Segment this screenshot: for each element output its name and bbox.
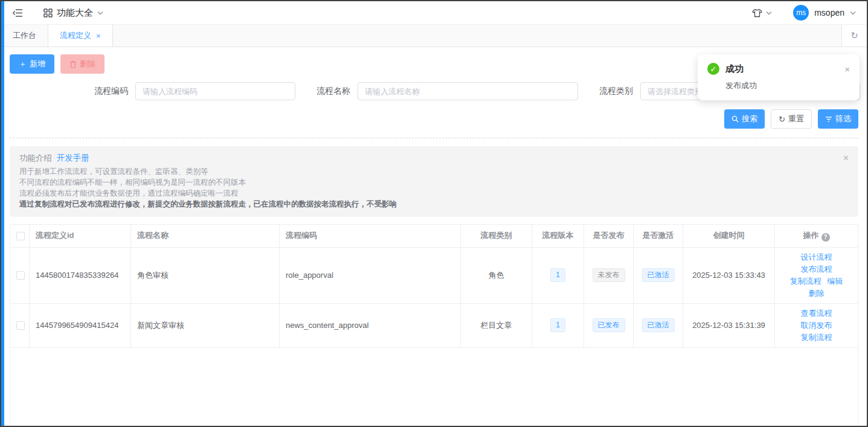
chevron-down-icon[interactable] [850,11,856,15]
filter-icon [825,116,832,123]
search-button[interactable]: 搜索 [724,109,765,129]
intro-title-row: 功能介绍 开发手册 [19,153,849,164]
col-created: 创建时间 [683,225,775,248]
cell-process-version: 1 [532,247,584,303]
row-checkbox[interactable] [16,321,25,330]
tab-process-definition[interactable]: 流程定义 × [48,25,113,47]
intro-line: 不同流程的流程编码不能一样，相同编码视为是同一流程的不同版本 [19,177,849,188]
version-badge: 1 [550,268,565,281]
cell-published: 已发布 [584,303,634,347]
success-check-icon: ✓ [707,63,719,75]
app-menu-trigger[interactable]: 功能大全 [43,7,103,19]
table-zone: 流程定义id 流程名称 流程编码 流程类别 流程版本 是否发布 是否激活 创建时… [10,224,858,426]
intro-title: 功能介绍 [19,153,52,162]
app-window: 功能大全 ms msopen [0,0,868,427]
sidebar-accent-strip [1,1,4,426]
process-table: 流程定义id 流程名称 流程编码 流程类别 流程版本 是否发布 是否激活 创建时… [10,224,858,348]
search-icon [731,115,739,123]
tab-bar: 工作台 流程定义 × ↻ [1,25,867,47]
toast-title: 成功 [725,63,744,75]
row-checkbox[interactable] [16,271,25,280]
cell-created: 2025-12-03 15:31:39 [683,303,775,347]
close-icon[interactable]: × [844,65,850,74]
trash-icon [69,60,77,68]
cell-active: 已激活 [634,247,683,303]
action-link[interactable]: 复制流程 [790,275,821,287]
action-link[interactable]: 复制流程 [801,332,832,344]
reset-button[interactable]: ↻重置 [771,109,812,129]
action-link[interactable]: 编辑 [827,275,843,287]
chevron-down-icon [766,11,772,15]
app-menu-label: 功能大全 [57,7,93,19]
filter-label: 流程名称 [317,86,350,97]
cell-published: 未发布 [584,247,634,303]
sidebar-fold-icon[interactable] [13,8,23,18]
cell-created: 2025-12-03 15:33:43 [683,247,775,303]
version-badge: 1 [550,318,565,332]
action-link[interactable]: 取消发布 [801,319,832,332]
col-process-name: 流程名称 [131,225,280,248]
plus-icon: ＋ [19,59,27,69]
grid-icon [43,8,53,18]
col-process-version: 流程版本 [532,225,584,248]
chevron-down-icon [97,11,103,15]
cell-active: 已激活 [634,303,683,347]
col-active: 是否激活 [634,225,683,248]
close-icon[interactable]: × [843,153,849,163]
feature-intro-panel: 功能介绍 开发手册 用于新增工作流流程，可设置流程条件、监听器、类别等 不同流程… [10,146,858,217]
col-actions: 操作? [775,225,858,248]
filter-process-code: 流程编码 [94,82,295,100]
tab-workbench[interactable]: 工作台 [1,25,48,47]
cell-process-id: 1445800174835339264 [30,247,131,303]
active-badge: 已激活 [642,318,675,332]
select-all-checkbox[interactable] [16,232,25,240]
dev-manual-link[interactable]: 开发手册 [57,153,89,162]
action-link[interactable]: 删除 [809,287,825,300]
process-code-input[interactable] [135,82,295,100]
filter-label: 流程类别 [599,86,633,97]
action-link[interactable]: 设计流程 [801,251,832,263]
avatar[interactable]: ms [793,5,809,21]
tab-label: 流程定义 [60,30,91,41]
main-content: ＋新增 删除 流程编码 流程名称 [1,47,867,426]
table-row: 1445799654909415424 新闻文章审核 news_content_… [10,303,858,347]
cell-actions: 查看流程 取消发布 复制流程 [775,303,858,347]
published-badge: 未发布 [593,268,625,281]
reset-icon: ↻ [779,115,785,124]
help-icon[interactable]: ? [821,233,830,242]
filter-process-name: 流程名称 [317,82,578,100]
refresh-tab-icon[interactable]: ↻ [841,25,867,47]
filter-label: 流程编码 [94,86,128,97]
user-name[interactable]: msopen [814,8,844,18]
cell-process-id: 1445799654909415424 [30,303,131,347]
col-process-code: 流程编码 [280,225,461,248]
cell-process-code: news_content_approval [280,303,461,347]
action-link[interactable]: 发布流程 [801,263,832,275]
tab-label: 工作台 [13,30,36,41]
action-link[interactable]: 查看流程 [801,307,832,319]
active-badge: 已激活 [642,268,675,281]
table-header-row: 流程定义id 流程名称 流程编码 流程类别 流程版本 是否发布 是否激活 创建时… [10,225,858,248]
cell-actions: 设计流程 发布流程 复制流程 编辑 删除 [775,247,858,303]
top-bar: 功能大全 ms msopen [1,1,867,25]
process-name-input[interactable] [358,82,578,100]
add-button[interactable]: ＋新增 [10,54,54,74]
intro-line-bold: 通过复制流程对已发布流程进行修改，新提交的业务数据按新流程走，已在流程中的数据按… [19,199,849,210]
theme-switcher[interactable] [752,8,772,18]
cell-process-category: 栏目文章 [461,303,532,347]
cell-process-name: 角色审核 [131,247,280,303]
top-bar-right: ms msopen [752,5,856,21]
published-badge: 已发布 [593,318,625,332]
col-process-category: 流程类别 [461,225,532,248]
table-empty-area [10,348,858,426]
cell-process-version: 1 [532,303,584,347]
delete-button[interactable]: 删除 [60,54,104,74]
intro-line: 用于新增工作流流程，可设置流程条件、监听器、类别等 [19,166,849,177]
cell-process-category: 角色 [461,247,532,303]
tshirt-icon [752,8,762,18]
success-toast: ✓ 成功 × 发布成功 [698,54,860,100]
filter-button[interactable]: 筛选 [818,109,858,129]
tab-close-icon[interactable]: × [96,32,101,40]
filter-actions: 搜索 ↻重置 筛选 [10,109,858,138]
table-row: 1445800174835339264 角色审核 role_apporval 角… [10,247,858,303]
